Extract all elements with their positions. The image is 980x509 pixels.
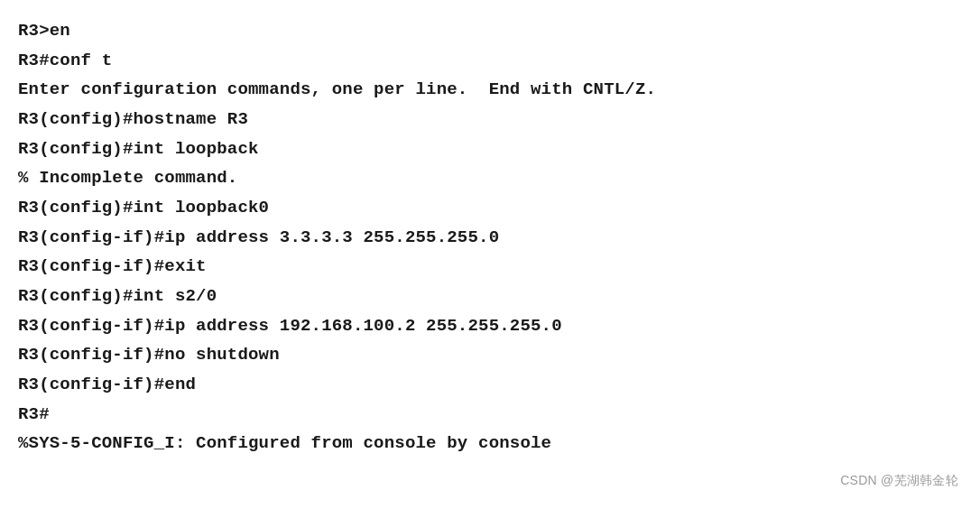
terminal-line: % Incomplete command. xyxy=(18,163,962,193)
terminal-line: R3(config)#int loopback0 xyxy=(18,193,962,223)
terminal-line: R3(config)#int s2/0 xyxy=(18,282,962,311)
terminal-line: R3(config-if)#exit xyxy=(18,252,962,282)
terminal-line: R3(config-if)#ip address 192.168.100.2 2… xyxy=(18,311,962,341)
terminal-line: R3>en xyxy=(18,16,962,46)
terminal-line: R3(config-if)#ip address 3.3.3.3 255.255… xyxy=(18,223,962,253)
watermark: CSDN @芜湖韩金轮 xyxy=(840,473,958,489)
terminal-line: R3# xyxy=(18,400,962,430)
terminal-line: R3#conf t xyxy=(18,46,962,76)
terminal-line: R3(config-if)#end xyxy=(18,370,962,400)
terminal-output: R3>enR3#conf tEnter configuration comman… xyxy=(18,16,962,458)
terminal-line: R3(config-if)#no shutdown xyxy=(18,340,962,370)
terminal-line: %SYS-5-CONFIG_I: Configured from console… xyxy=(18,429,962,458)
terminal-line: Enter configuration commands, one per li… xyxy=(18,75,962,105)
terminal-line: R3(config)#hostname R3 xyxy=(18,105,962,134)
terminal-window: R3>enR3#conf tEnter configuration comman… xyxy=(0,0,980,509)
terminal-line: R3(config)#int loopback xyxy=(18,134,962,164)
